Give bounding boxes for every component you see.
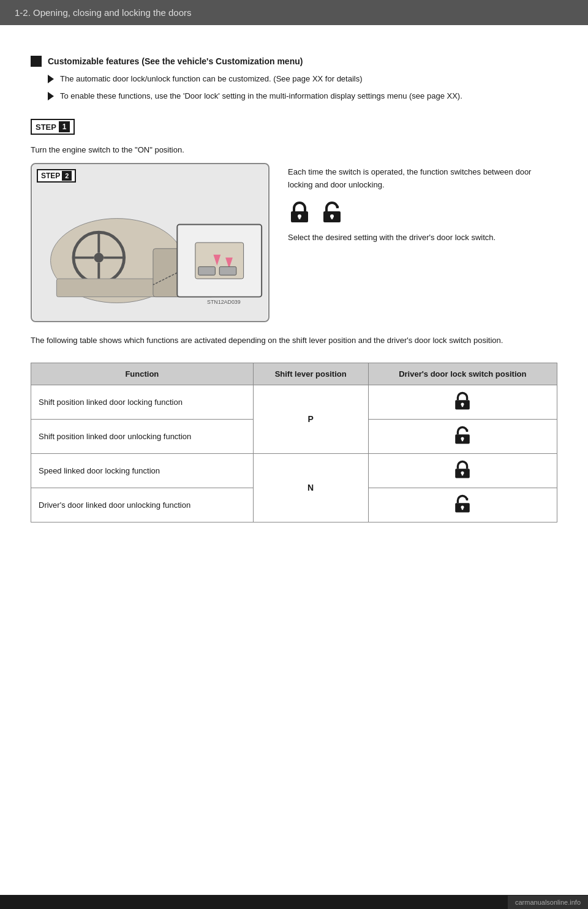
svg-rect-15 bbox=[219, 266, 236, 275]
col2-header: Shift lever position bbox=[253, 363, 368, 385]
bottom-description: The following table shows which function… bbox=[31, 334, 557, 347]
lever-cell: P bbox=[253, 385, 368, 453]
svg-rect-32 bbox=[462, 473, 464, 475]
section-header: Customizable features (See the vehicle's… bbox=[31, 56, 557, 67]
watermark: carmanualsonline.info bbox=[508, 896, 588, 909]
bullet-item-2: To enable these functions, use the 'Door… bbox=[48, 90, 557, 102]
unlocked-icon bbox=[453, 426, 472, 445]
section-title: Customizable features (See the vehicle's… bbox=[48, 56, 303, 66]
svg-rect-20 bbox=[299, 216, 301, 219]
svg-point-3 bbox=[94, 253, 104, 263]
svg-rect-14 bbox=[198, 266, 216, 275]
main-content: Customizable features (See the vehicle's… bbox=[0, 25, 588, 895]
header-bar: 1-2. Opening, closing and locking the do… bbox=[0, 0, 588, 25]
black-square-icon bbox=[31, 56, 42, 67]
table-row: Shift position linked door locking funct… bbox=[31, 385, 557, 419]
svg-rect-23 bbox=[331, 216, 333, 219]
step2-additional-text: Select the desired setting with the driv… bbox=[288, 232, 557, 244]
switch-cell bbox=[368, 419, 557, 453]
function-cell: Speed linked door locking function bbox=[31, 453, 254, 488]
function-cell: Shift position linked door unlocking fun… bbox=[31, 419, 254, 453]
svg-rect-29 bbox=[462, 439, 464, 441]
svg-text:STN12AD039: STN12AD039 bbox=[207, 299, 241, 305]
function-cell: Driver's door linked door unlocking func… bbox=[31, 488, 254, 522]
functions-table: Function Shift lever position Driver's d… bbox=[31, 363, 557, 522]
bullet-text-2: To enable these functions, use the 'Door… bbox=[60, 90, 557, 102]
col1-header: Function bbox=[31, 363, 254, 385]
step2-image-container: STEP 2 bbox=[31, 163, 270, 322]
locked-icon bbox=[288, 201, 311, 224]
step2-right-text: Each time the switch is operated, the fu… bbox=[288, 163, 557, 244]
car-interior-illustration: STN12AD039 bbox=[32, 164, 268, 321]
step2-badge: STEP 2 bbox=[37, 169, 76, 183]
step1-badge: STEP 1 bbox=[31, 119, 75, 135]
unlocked-icon bbox=[320, 201, 344, 224]
switch-cell bbox=[368, 453, 557, 488]
step1-text: Turn the engine switch to the "ON" posit… bbox=[31, 144, 557, 157]
function-cell: Shift position linked door locking funct… bbox=[31, 385, 254, 419]
col3-header: Driver's door lock switch position bbox=[368, 363, 557, 385]
unlocked-icon bbox=[453, 494, 472, 514]
svg-rect-35 bbox=[462, 507, 464, 510]
header-title: 1-2. Opening, closing and locking the do… bbox=[15, 7, 192, 18]
locked-icon bbox=[453, 460, 472, 480]
lock-icons-row bbox=[288, 201, 557, 224]
svg-rect-26 bbox=[462, 404, 464, 407]
switch-cell bbox=[368, 385, 557, 419]
bullet-text-1: The automatic door lock/unlock function … bbox=[60, 73, 557, 85]
triangle-bullet-2 bbox=[48, 92, 54, 100]
table-row: Speed linked door locking functionN bbox=[31, 453, 557, 488]
switch-cell bbox=[368, 488, 557, 522]
lever-cell: N bbox=[253, 453, 368, 522]
locked-icon bbox=[453, 391, 472, 411]
bullet-item-1: The automatic door lock/unlock function … bbox=[48, 73, 557, 85]
triangle-bullet-1 bbox=[48, 75, 54, 83]
step2-content-area: STEP 2 bbox=[31, 163, 557, 322]
